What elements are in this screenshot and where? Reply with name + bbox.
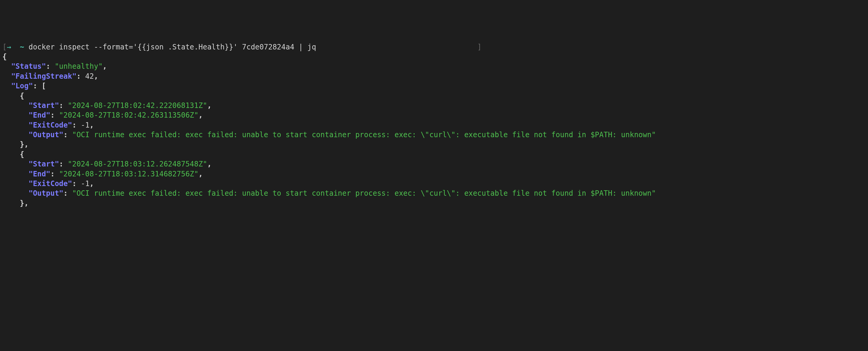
prompt-tilde: ~ [20, 43, 24, 51]
json-key-status: "Status" [11, 62, 46, 70]
terminal-output: [→ ~ docker inspect --format='{{json .St… [2, 42, 866, 208]
json-key-log: "Log" [11, 82, 33, 90]
log-entry-0-output: "Output": "OCI runtime exec failed: exec… [2, 130, 866, 140]
right-bracket-hint: ] [477, 43, 482, 51]
json-log-line: "Log": [ [2, 81, 866, 91]
log-entry-1-end: "End": "2024-08-27T18:03:12.314682756Z", [2, 169, 866, 179]
prompt-line: [→ ~ docker inspect --format='{{json .St… [2, 42, 866, 52]
log-entry-1-close: }, [2, 198, 866, 208]
left-bracket-hint: [ [2, 43, 7, 51]
log-entry-0-close: }, [2, 140, 866, 149]
prompt-arrow: → [7, 43, 11, 51]
log-entry-0-end: "End": "2024-08-27T18:02:42.263113506Z", [2, 110, 866, 120]
json-open-brace: { [2, 52, 866, 61]
log-entry-1-output: "Output": "OCI runtime exec failed: exec… [2, 188, 866, 198]
log-entry-0-start: "Start": "2024-08-27T18:02:42.222068131Z… [2, 101, 866, 110]
json-key-failingstreak: "FailingStreak" [11, 72, 76, 81]
json-status-line: "Status": "unhealthy", [2, 61, 866, 71]
log-entry-1-start: "Start": "2024-08-27T18:03:12.262487548Z… [2, 159, 866, 169]
log-entry-1-exitcode: "ExitCode": -1, [2, 179, 866, 188]
log-entry-0-open: { [2, 91, 866, 101]
command-text: docker inspect --format='{{json .State.H… [29, 43, 316, 51]
json-value-status: "unhealthy" [55, 62, 102, 70]
json-value-failingstreak: 42 [85, 72, 94, 81]
log-entry-1-open: { [2, 150, 866, 159]
log-entry-0-exitcode: "ExitCode": -1, [2, 120, 866, 130]
json-failingstreak-line: "FailingStreak": 42, [2, 71, 866, 81]
